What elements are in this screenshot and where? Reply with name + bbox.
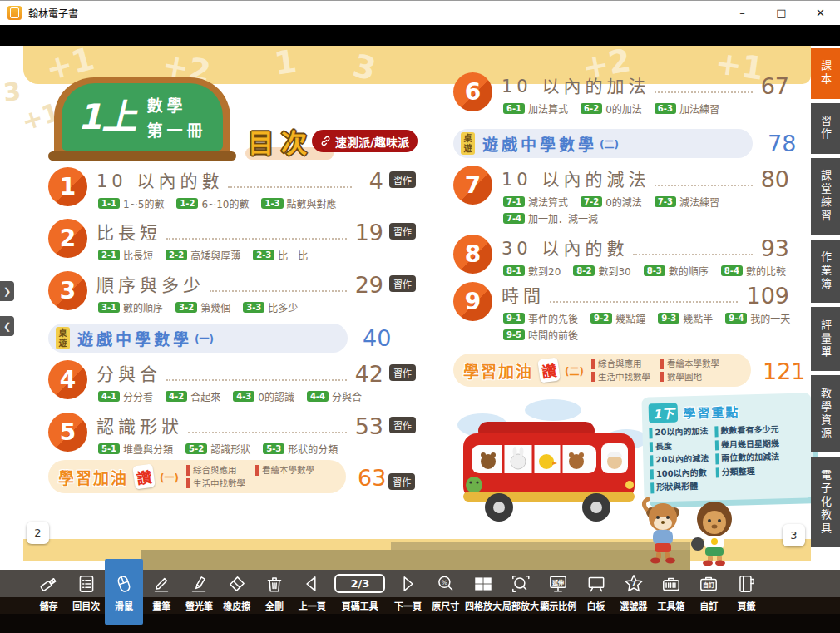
section-item[interactable]: 7-3 減法練習 bbox=[655, 195, 719, 209]
chapter-title[interactable]: 時間 bbox=[502, 282, 545, 307]
eraser-button[interactable]: 橡皮擦 bbox=[218, 570, 255, 614]
chapter-page-number[interactable]: 53 bbox=[355, 415, 383, 438]
section-item[interactable]: 7-2 0的減法 bbox=[581, 195, 642, 209]
workbook-badge[interactable]: 習作 bbox=[388, 473, 415, 490]
custom-button[interactable]: 自訂 自訂 bbox=[690, 570, 728, 614]
section-item[interactable]: 4-1 分分看 bbox=[98, 389, 153, 403]
section-item[interactable]: 5-2 認識形狀 bbox=[185, 442, 250, 456]
section-item[interactable]: 9-5 時間的前後 bbox=[503, 328, 578, 342]
pen-button[interactable]: 畫筆 bbox=[143, 570, 180, 614]
section-item[interactable]: 4-2 合起來 bbox=[166, 389, 220, 403]
next-page-button[interactable]: 下一頁 bbox=[389, 570, 427, 614]
sidebar-tab-5[interactable]: 評量單 bbox=[811, 307, 840, 371]
section-item[interactable]: 6-2 0的加法 bbox=[581, 101, 642, 116]
page-tab-button[interactable]: 頁籤 bbox=[728, 570, 765, 614]
chapter-title[interactable]: 順序與多少 bbox=[96, 271, 205, 296]
panel-expand-chevron-icon[interactable]: ❯ bbox=[0, 281, 14, 301]
board-game-page-number[interactable]: 40 bbox=[363, 327, 391, 349]
whiteboard-button[interactable]: 白板 bbox=[577, 570, 615, 614]
quad-zoom-button[interactable]: 四格放大 bbox=[464, 570, 502, 614]
section-item[interactable]: 8-1 數到20 bbox=[503, 264, 561, 278]
section-item[interactable]: 3-1 數的順序 bbox=[98, 300, 163, 314]
workbook-badge[interactable]: 習作 bbox=[389, 275, 416, 292]
workbook-badge[interactable]: 習作 bbox=[389, 364, 416, 381]
board-game-pill[interactable]: 桌遊 遊戲中學數學 (二) bbox=[453, 129, 753, 158]
section-item[interactable]: 2-2 高矮與厚薄 bbox=[166, 248, 240, 262]
minimize-button[interactable]: – bbox=[723, 1, 762, 25]
sidebar-tab-2[interactable]: 習作 bbox=[811, 103, 840, 154]
study-boost-pill[interactable]: 學習加油 讚 (二) 綜合與應用生活中找數學看繪本學數學數學園地 bbox=[453, 354, 751, 387]
section-item[interactable]: 9-2 幾點鐘 bbox=[590, 311, 645, 325]
section-item[interactable]: 7-4 加一加．減一減 bbox=[503, 211, 598, 225]
section-item[interactable]: 3-3 比多少 bbox=[243, 300, 298, 314]
mouse-button[interactable]: 滑鼠 bbox=[105, 559, 142, 625]
display-ratio-button[interactable]: 延伸 顯示比例 bbox=[540, 570, 577, 614]
study-boost-pill[interactable]: 學習加油 讚 (一) 綜合與應用生活中找數學看繪本學數學 bbox=[48, 460, 346, 493]
chapter-page-number[interactable]: 109 bbox=[746, 284, 789, 307]
section-item[interactable]: 8-2 數到30 bbox=[573, 264, 630, 278]
delete-all-button[interactable]: 全刪 bbox=[255, 570, 293, 614]
chapter-title[interactable]: 30 以內的數 bbox=[502, 235, 628, 260]
section-item[interactable]: 1-1 1~5的數 bbox=[98, 196, 164, 210]
original-size-button[interactable]: % 原尺寸 bbox=[427, 570, 464, 614]
panel-collapse-chevron-icon[interactable]: ❮ bbox=[0, 316, 14, 336]
study-boost-page-number[interactable]: 63 bbox=[358, 460, 386, 489]
chapter-title[interactable]: 比長短 bbox=[96, 219, 161, 244]
speed-test-link-button[interactable]: 速測派/趣味派 bbox=[312, 130, 418, 152]
toolbox-button[interactable]: 工具箱 bbox=[652, 570, 689, 614]
section-item[interactable]: 2-1 比長短 bbox=[98, 248, 153, 262]
back-to-toc-button[interactable]: 回目次 bbox=[67, 570, 105, 614]
chapter-page-number[interactable]: 80 bbox=[761, 168, 789, 190]
section-item[interactable]: 1-2 6~10的數 bbox=[176, 196, 249, 210]
sidebar-tab-3[interactable]: 課堂練習 bbox=[811, 158, 840, 235]
section-item[interactable]: 8-4 數的比較 bbox=[721, 264, 786, 278]
section-item[interactable]: 9-3 幾點半 bbox=[658, 311, 713, 325]
chapter-page-number[interactable]: 19 bbox=[355, 221, 383, 244]
close-button[interactable]: ✕ bbox=[801, 1, 840, 25]
chapter-title[interactable]: 認識形狀 bbox=[96, 413, 183, 438]
board-game-page-number[interactable]: 78 bbox=[768, 132, 796, 155]
chapter-page-number[interactable]: 93 bbox=[761, 237, 789, 260]
workbook-badge[interactable]: 習作 bbox=[389, 417, 416, 433]
highlighter-button[interactable]: 螢光筆 bbox=[180, 570, 218, 614]
sidebar-tab-4[interactable]: 作業簿 bbox=[811, 240, 840, 304]
page-corner-tab-left[interactable]: 2 bbox=[27, 522, 49, 544]
section-item[interactable]: 9-4 我的一天 bbox=[725, 311, 790, 325]
chapter-title[interactable]: 10 以內的數 bbox=[96, 167, 223, 192]
chapter-page-number[interactable]: 42 bbox=[355, 363, 383, 385]
page-tool-button[interactable]: 2/3 頁碼工具 bbox=[331, 570, 389, 614]
page-indicator[interactable]: 2/3 bbox=[334, 574, 385, 593]
section-item[interactable]: 6-1 加法算式 bbox=[503, 101, 568, 116]
number-picker-button[interactable]: 7 選號器 bbox=[615, 570, 652, 614]
section-item[interactable]: 2-3 比一比 bbox=[253, 248, 308, 262]
chapter-title[interactable]: 10 以內的加法 bbox=[502, 72, 650, 97]
section-item[interactable]: 3-2 第幾個 bbox=[175, 300, 230, 314]
board-game-pill[interactable]: 桌遊 遊戲中學數學 (一) bbox=[48, 324, 348, 353]
sidebar-tab-6[interactable]: 教學資源 bbox=[811, 375, 840, 452]
section-item[interactable]: 8-3 數的順序 bbox=[644, 264, 709, 278]
maximize-button[interactable]: □ bbox=[762, 1, 801, 25]
prev-page-button[interactable]: 上一頁 bbox=[294, 570, 331, 614]
workbook-badge[interactable]: 習作 bbox=[389, 171, 416, 188]
section-item[interactable]: 4-4 分與合 bbox=[307, 389, 362, 403]
chapter-page-number[interactable]: 67 bbox=[761, 75, 789, 97]
study-boost-page-number[interactable]: 121 bbox=[763, 354, 806, 383]
section-item[interactable]: 4-3 0的認識 bbox=[233, 389, 294, 403]
section-item[interactable]: 5-1 堆疊與分類 bbox=[98, 442, 173, 456]
sidebar-tab-7[interactable]: 電子化教具 bbox=[811, 457, 840, 547]
board-game-badge: 桌遊 bbox=[56, 327, 70, 349]
section-item[interactable]: 1-3 點數與對應 bbox=[261, 196, 336, 210]
chapter-title[interactable]: 分與合 bbox=[96, 360, 161, 385]
save-button[interactable]: 儲存 bbox=[30, 570, 67, 614]
chapter-page-number[interactable]: 4 bbox=[360, 170, 383, 192]
section-item[interactable]: 9-1 事件的先後 bbox=[503, 311, 578, 325]
chapter-title[interactable]: 10 以內的減法 bbox=[502, 166, 650, 190]
section-item[interactable]: 6-3 加法練習 bbox=[655, 101, 719, 116]
workbook-badge[interactable]: 習作 bbox=[389, 223, 416, 240]
chapter-page-number[interactable]: 29 bbox=[355, 274, 383, 296]
section-item[interactable]: 5-3 形狀的分類 bbox=[263, 442, 338, 456]
page-corner-tab-right[interactable]: 3 bbox=[783, 524, 805, 546]
section-item[interactable]: 7-1 減法算式 bbox=[503, 195, 568, 209]
sidebar-tab-1[interactable]: 課本 bbox=[811, 48, 840, 99]
partial-zoom-button[interactable]: 局部放大 bbox=[502, 570, 540, 614]
